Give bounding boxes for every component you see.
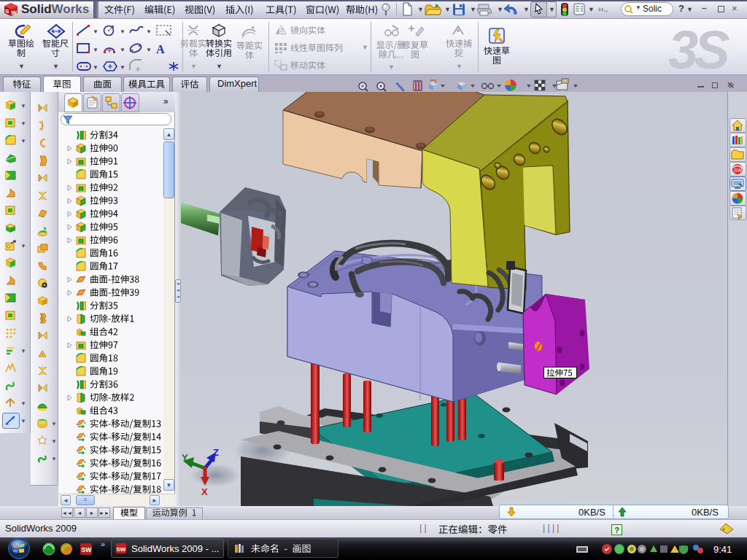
svg-text:X: X bbox=[201, 486, 208, 497]
svg-text:W: W bbox=[12, 9, 18, 16]
svg-text:S: S bbox=[5, 8, 9, 15]
svg-text:Z: Z bbox=[213, 447, 219, 458]
svg-text:A: A bbox=[156, 43, 165, 55]
svg-text:SW: SW bbox=[117, 546, 126, 553]
svg-text:SW: SW bbox=[82, 546, 93, 553]
svg-text:Y: Y bbox=[182, 452, 188, 463]
svg-text:SW: SW bbox=[734, 168, 743, 173]
